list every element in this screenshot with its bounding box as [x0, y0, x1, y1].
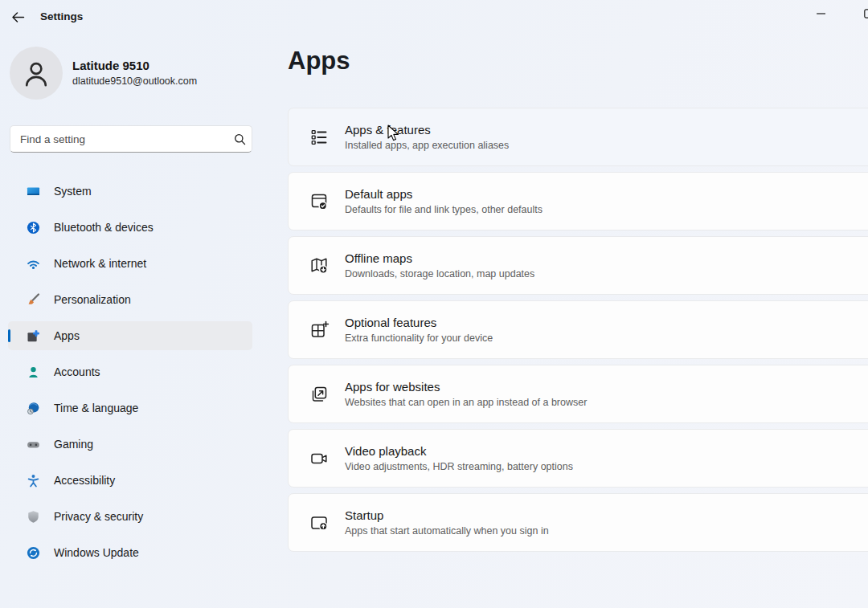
bluetooth-icon	[27, 221, 40, 235]
sidebar-item-accessibility[interactable]: Accessibility	[8, 466, 252, 495]
windows-update-icon	[27, 546, 40, 560]
sidebar-item-windows-update[interactable]: Windows Update	[8, 538, 252, 567]
back-arrow-icon	[11, 11, 25, 23]
sidebar-item-label: Accessibility	[54, 474, 115, 487]
search-box	[10, 125, 252, 153]
default-apps-icon	[309, 191, 330, 212]
accounts-icon	[27, 365, 40, 379]
sidebar-item-label: Privacy & security	[54, 510, 143, 523]
card-title: Offline maps	[345, 251, 534, 265]
apps-for-websites-icon	[309, 384, 330, 405]
card-title: Apps & features	[345, 123, 509, 137]
sidebar-item-label: Accounts	[54, 365, 100, 378]
sidebar-item-accounts[interactable]: Accounts	[8, 357, 252, 386]
settings-card-list: Apps & features Installed apps, app exec…	[288, 108, 868, 557]
card-apps-for-websites[interactable]: Apps for websites Websites that can open…	[288, 365, 868, 423]
search-icon	[227, 133, 252, 145]
sidebar-nav: System Bluetooth & devices Network & int…	[8, 177, 252, 574]
personalization-icon	[27, 293, 40, 307]
card-subtitle: Installed apps, app execution aliases	[345, 140, 509, 151]
card-title: Apps for websites	[345, 380, 587, 394]
sidebar-item-privacy-security[interactable]: Privacy & security	[8, 502, 252, 531]
sidebar-item-personalization[interactable]: Personalization	[8, 285, 252, 314]
gaming-icon	[27, 438, 40, 451]
card-offline-maps[interactable]: Offline maps Downloads, storage location…	[288, 236, 868, 295]
sidebar-item-bluetooth[interactable]: Bluetooth & devices	[8, 213, 252, 242]
card-title: Video playback	[345, 444, 573, 458]
card-subtitle: Downloads, storage location, map updates	[345, 268, 534, 280]
sidebar-item-label: Personalization	[54, 293, 131, 306]
sidebar-item-label: Bluetooth & devices	[54, 221, 154, 234]
card-default-apps[interactable]: Default apps Defaults for file and link …	[288, 172, 868, 231]
card-subtitle: Apps that start automatically when you s…	[345, 525, 549, 537]
accessibility-icon	[27, 474, 40, 488]
sidebar-item-label: Apps	[54, 329, 80, 342]
system-icon	[27, 185, 40, 198]
apps-features-icon	[309, 127, 330, 148]
sidebar-item-network[interactable]: Network & internet	[8, 249, 252, 278]
sidebar-item-system[interactable]: System	[8, 177, 252, 206]
sidebar-item-label: Time & language	[54, 402, 138, 414]
video-playback-icon	[309, 448, 330, 469]
card-subtitle: Defaults for file and link types, other …	[345, 204, 542, 215]
card-subtitle: Extra functionality for your device	[345, 333, 493, 344]
card-title: Startup	[345, 508, 549, 522]
startup-icon	[309, 512, 330, 533]
avatar	[10, 47, 63, 100]
card-title: Default apps	[345, 187, 542, 201]
card-subtitle: Video adjustments, HDR streaming, batter…	[345, 461, 573, 472]
apps-icon	[27, 329, 40, 343]
profile-email: dlatitude9510@outlook.com	[72, 75, 197, 87]
maximize-icon	[864, 9, 868, 18]
network-icon	[27, 257, 40, 271]
card-apps-features[interactable]: Apps & features Installed apps, app exec…	[288, 108, 868, 166]
profile-name: Latitude 9510	[72, 59, 149, 72]
page-title: Apps	[288, 47, 350, 75]
back-button[interactable]	[6, 6, 29, 27]
sidebar-item-label: Windows Update	[54, 546, 139, 559]
card-optional-features[interactable]: Optional features Extra functionality fo…	[288, 300, 868, 359]
time-language-icon	[27, 402, 40, 415]
sidebar-item-label: Gaming	[54, 438, 93, 451]
window-title: Settings	[40, 10, 83, 22]
card-startup[interactable]: Startup Apps that start automatically wh…	[288, 493, 868, 552]
minimize-icon	[817, 13, 825, 14]
sidebar-item-label: Network & internet	[54, 257, 146, 270]
sidebar-item-label: System	[54, 185, 92, 198]
card-title: Optional features	[345, 316, 493, 329]
sidebar-item-time-language[interactable]: Time & language	[8, 394, 252, 422]
search-input[interactable]	[10, 133, 227, 145]
optional-features-icon	[309, 320, 330, 341]
minimize-button[interactable]	[802, 0, 839, 27]
sidebar-item-gaming[interactable]: Gaming	[8, 430, 252, 459]
card-subtitle: Websites that can open in an app instead…	[345, 397, 587, 408]
person-icon	[23, 59, 50, 88]
card-video-playback[interactable]: Video playback Video adjustments, HDR st…	[288, 429, 868, 488]
settings-window: Settings Latitude 9510 dlatitude9510@out…	[0, 0, 868, 608]
offline-maps-icon	[309, 255, 330, 276]
privacy-security-icon	[27, 510, 40, 524]
sidebar-item-apps[interactable]: Apps	[8, 321, 252, 350]
maximize-button[interactable]	[850, 0, 868, 27]
